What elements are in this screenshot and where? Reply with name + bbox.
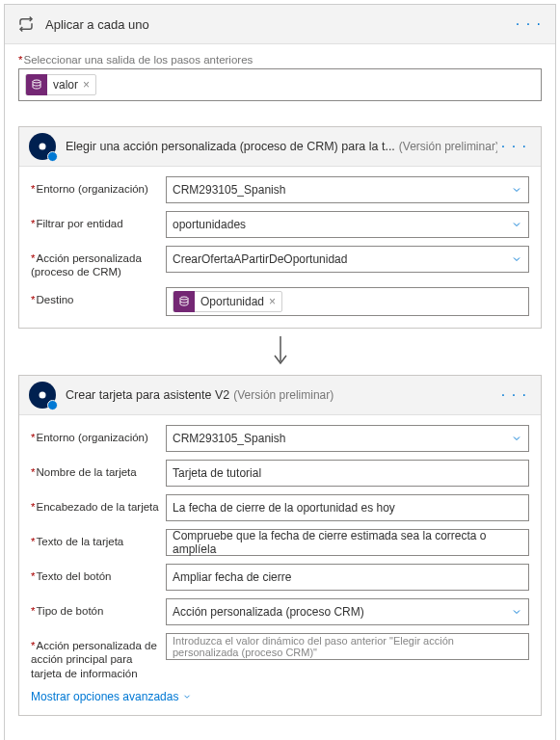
filter-label: Filtrar por entidad: [31, 211, 166, 230]
apply-to-each-title: Aplicar a cada uno: [45, 17, 512, 32]
action-card-choose-custom-crm: Elegir una acción personalizada (proceso…: [18, 126, 542, 329]
cardheader-label: Encabezado de la tarjeta: [31, 494, 166, 514]
select-output-label: Seleccionar una salida de los pasos ante…: [18, 54, 542, 66]
loop-icon: [14, 13, 38, 36]
filter-value: oportunidades: [173, 218, 246, 231]
chevron-down-icon: [182, 692, 192, 701]
cardtext-label: Texto de la tarjeta: [31, 529, 166, 548]
show-advanced-text: Mostrar opciones avanzadas: [31, 690, 178, 703]
action2-preview-tag: (Versión preliminar): [233, 388, 333, 402]
remove-token-button[interactable]: ×: [83, 78, 90, 92]
svg-point-4: [40, 391, 46, 398]
action1-title: Elegir una acción personalizada (proceso…: [66, 140, 497, 153]
env-value: CRM293105_Spanish: [173, 183, 285, 197]
badge-icon: [47, 400, 58, 410]
dest-label: Destino: [31, 287, 166, 306]
cardtext-input[interactable]: Compruebe que la fecha de cierre estimad…: [166, 529, 529, 556]
action-card-create-assistant-card: Crear tarjeta para asistente V2 (Versión…: [18, 375, 542, 716]
inner-action-container: Elegir una acción personalizada (proceso…: [18, 119, 542, 740]
btntype-label: Tipo de botón: [31, 598, 166, 618]
btntype-dropdown[interactable]: Acción personalizada (proceso CRM): [166, 598, 529, 625]
database-icon: [173, 291, 195, 312]
badge-icon: [47, 151, 58, 162]
cardname-label: Nombre de la tarjeta: [31, 460, 166, 479]
action1-body: Entorno (organización) CRM293105_Spanish…: [19, 167, 541, 328]
chevron-down-icon: [511, 606, 522, 618]
custom-action-dropdown[interactable]: CrearOfertaAPartirDeOportunidad: [166, 246, 529, 273]
mainact-label: Acción personalizada de acción principal…: [31, 633, 166, 680]
env-label: Entorno (organización): [31, 176, 166, 196]
mainact-input[interactable]: Introduzca el valor dinámico del paso an…: [166, 633, 529, 660]
action2-menu-button[interactable]: · · ·: [497, 384, 531, 406]
cardname-input[interactable]: Tarjeta de tutorial: [166, 460, 529, 487]
env-value-2: CRM293105_Spanish: [173, 432, 285, 445]
filter-dropdown[interactable]: oportunidades: [166, 211, 529, 238]
token-valor[interactable]: valor ×: [25, 74, 96, 95]
dest-input[interactable]: Oportunidad ×: [166, 287, 529, 316]
btntext-label: Texto del botón: [31, 564, 166, 583]
action2-title-text: Crear tarjeta para asistente V2: [66, 388, 229, 402]
svg-point-1: [40, 144, 46, 150]
crm-icon: [29, 133, 56, 160]
action1-menu-button[interactable]: · · ·: [497, 136, 531, 157]
env-label-2: Entorno (organización): [31, 425, 166, 444]
cardheader-input[interactable]: La fecha de cierre de la oportunidad es …: [166, 494, 529, 521]
custom-action-value: CrearOfertaAPartirDeOportunidad: [173, 252, 347, 266]
chevron-down-icon: [511, 219, 522, 230]
svg-point-0: [33, 80, 40, 83]
action1-header[interactable]: Elegir una acción personalizada (proceso…: [19, 127, 541, 167]
env-dropdown[interactable]: CRM293105_Spanish: [166, 176, 529, 203]
show-advanced-link[interactable]: Mostrar opciones avanzadas: [31, 690, 192, 703]
select-output-section: Seleccionar una salida de los pasos ante…: [5, 44, 555, 115]
arrow-down-icon: [271, 334, 290, 367]
select-output-input[interactable]: valor ×: [18, 68, 542, 101]
btntype-value: Acción personalizada (proceso CRM): [173, 605, 364, 619]
custom-action-label: Acción personalizada (proceso de CRM): [31, 246, 166, 279]
more-menu-button[interactable]: · · ·: [512, 13, 546, 35]
token-oportunidad[interactable]: Oportunidad ×: [173, 291, 282, 312]
action2-title: Crear tarjeta para asistente V2 (Versión…: [66, 388, 497, 402]
crm-icon: [29, 382, 56, 409]
token-oportunidad-label: Oportunidad: [200, 295, 264, 308]
svg-point-2: [180, 297, 188, 300]
btntext-input[interactable]: Ampliar fecha de cierre: [166, 564, 529, 591]
database-icon: [26, 74, 47, 95]
chevron-down-icon: [511, 433, 522, 444]
action2-header[interactable]: Crear tarjeta para asistente V2 (Versión…: [19, 376, 541, 415]
chevron-down-icon: [511, 184, 522, 196]
action1-title-text: Elegir una acción personalizada (proceso…: [66, 140, 395, 153]
chevron-down-icon: [511, 253, 522, 265]
remove-token-button[interactable]: ×: [269, 295, 276, 308]
action1-preview-tag: (Versión preliminar): [399, 140, 497, 153]
add-action-row: Agregar una acción: [212, 716, 348, 740]
apply-to-each-card: Aplicar a cada uno · · · Seleccionar una…: [4, 4, 556, 740]
action2-body: Entorno (organización) CRM293105_Spanish…: [19, 415, 541, 715]
apply-to-each-header[interactable]: Aplicar a cada uno · · ·: [5, 5, 555, 44]
token-valor-label: valor: [53, 78, 78, 92]
env-dropdown-2[interactable]: CRM293105_Spanish: [166, 425, 529, 452]
